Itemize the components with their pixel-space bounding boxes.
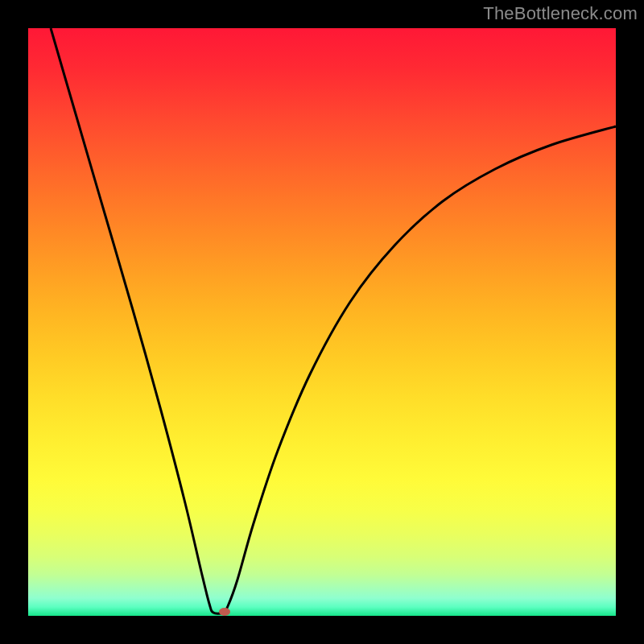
chart-frame: TheBottleneck.com [0,0,644,644]
min-marker [219,608,230,616]
chart-plot-area [28,28,616,616]
bottleneck-curve [51,28,616,613]
chart-svg [28,28,616,616]
watermark-text: TheBottleneck.com [483,3,638,24]
